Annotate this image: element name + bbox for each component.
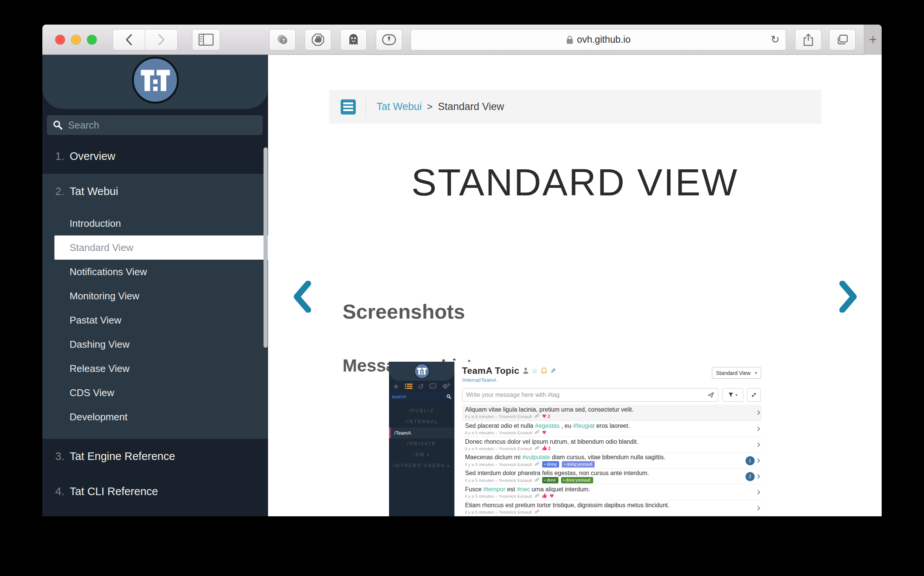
sidebar-header [42,55,268,109]
link-icon-wrap[interactable] [535,430,540,436]
extension-block-button[interactable] [305,29,331,50]
heart-icon[interactable]: ♥ [542,430,547,435]
sidebar-item-development[interactable]: Development [42,405,268,429]
new-tab-button[interactable]: + [864,24,882,55]
sidebar-item-label: Tat CLI Reference [70,485,158,498]
search-icon [53,120,63,130]
share-button[interactable] [795,29,822,50]
link-icon-wrap[interactable] [535,446,540,452]
message-text: Sed interdum dolor pharetra felis egesta… [465,469,743,477]
chat-icon[interactable] [429,383,437,390]
sidebar-item-dashing-view[interactable]: Dashing View [42,332,268,357]
chevron-right-icon[interactable]: › [757,439,760,451]
sidebar-item-tat-engine-reference[interactable]: 3.Tat Engine Reference [42,439,268,474]
extension-password-button[interactable] [376,29,402,50]
user-icon[interactable] [523,367,528,374]
address-bar[interactable]: ovh.github.io ↻ [411,29,786,50]
message-row[interactable]: Etiam rhoncus est pretium tortor tristiq… [462,500,762,516]
message-row[interactable]: Sed interdum dolor pharetra felis egesta… [462,468,762,484]
sidebar-item-label: Tat Engine Reference [70,450,175,462]
chevron-right-icon[interactable]: › [757,486,760,499]
thumb-icon-wrap[interactable] [542,446,547,452]
message-row[interactable]: Maecenas dictum mi #vulputate diam cursu… [462,453,762,468]
label-pill[interactable]: doing:yesnault [562,461,595,468]
chevron-right-icon[interactable]: › [757,455,760,467]
hashtag: #vulputate [520,454,550,460]
sidebar-item-standard-view[interactable]: Standard View [54,235,268,260]
message-row[interactable]: Aliquam vitae ligula lacinia, pretium ur… [462,405,762,421]
heart-icon[interactable]: ♥ [542,414,547,419]
browser-window: ? [42,24,882,516]
channel-item-private[interactable]: /PRIVATE [389,438,455,450]
link-icon-wrap[interactable] [535,493,540,499]
link-icon [535,509,540,514]
message-timestamp-author: il y a 5 minutes – Yvonnick Esnault [465,414,532,419]
zoom-button[interactable] [87,35,97,45]
chevron-right-icon[interactable]: › [757,470,760,483]
edit-pencil-icon[interactable]: ✎ [551,368,556,374]
sidebar-item-tat-cli-reference[interactable]: 4.Tat CLI Reference [42,474,268,509]
link-icon-wrap[interactable] [535,413,540,419]
extension-question-button[interactable]: ? [269,29,296,50]
send-plane-icon[interactable] [707,392,714,398]
minimize-button[interactable] [71,35,81,45]
sidebar-item-introduction[interactable]: Introduction [42,211,268,235]
thumb-icon-wrap[interactable] [542,493,547,499]
sidebar-item-monitoring-view[interactable]: Monitoring View [42,284,268,308]
view-selector[interactable]: Standard View ▾ [712,367,761,379]
sidebar-item-release-view[interactable]: Release View [42,357,268,381]
channel-item-teama[interactable]: /TeamA [389,427,455,438]
label-pill[interactable]: done [542,477,559,484]
breadcrumb-link[interactable]: Tat Webui [376,101,422,113]
hashtag: #egestas [533,422,559,429]
sidebar-item-notifications-view[interactable]: Notifications View [42,260,268,284]
message-input[interactable] [466,392,707,398]
link-icon-wrap[interactable] [535,477,540,483]
message-row[interactable]: Donec rhoncus dolor vel ipsum rutrum, at… [462,437,762,453]
extension-ghost-button[interactable] [340,29,367,50]
sidebar-toggle-button[interactable] [192,29,220,50]
back-button[interactable] [113,29,145,50]
sidebar-item-overview[interactable]: 1.Overview [42,139,268,174]
message-row[interactable]: Fusce #tempor est #nec urna aliquet inte… [462,484,762,500]
reaction-count: 2 [548,414,551,419]
channel-item-othersusers[interactable]: /OTHERS USERS ▾ [389,460,455,471]
link-icon [535,461,540,466]
heart-icon[interactable]: ♥ [550,494,554,499]
settings-gears-icon[interactable] [442,383,451,390]
channel-item-dm[interactable]: /DM ▾ [389,450,455,460]
message-row[interactable]: Suspendisse non dolor ultricies, laoreet… [462,516,762,516]
topic-list-icon[interactable] [405,383,413,389]
sidebar-item-tat-webui[interactable]: 2.Tat Webui [42,174,268,209]
channel-item-public[interactable]: /PUBLIC [389,406,455,416]
label-pill[interactable]: doing [542,461,559,468]
sidebar-search[interactable] [47,115,263,135]
favorites-icon[interactable]: ★ [393,382,399,390]
forward-button[interactable] [145,29,178,50]
chevron-right-icon[interactable]: › [757,502,760,514]
chevron-right-icon[interactable]: › [757,423,760,435]
message-row[interactable]: Sed placerat odio et nulla #egestas , eu… [462,421,762,437]
label-pill[interactable]: done:yesnault [561,477,593,484]
next-page-chevron[interactable] [839,281,858,314]
sidebar-item-pastat-view[interactable]: Pastat View [42,308,268,332]
question-badge-icon: ? [276,33,289,46]
history-icon[interactable]: ↺ [418,382,424,390]
chevron-right-icon[interactable]: › [757,407,760,419]
close-button[interactable] [55,35,65,45]
forward-chevron-icon [157,34,166,46]
sidebar-scrollbar[interactable] [264,147,267,348]
notifications-bell-icon[interactable] [541,367,547,374]
link-icon-wrap[interactable] [535,509,540,515]
link-icon-wrap[interactable] [535,461,540,467]
favorite-topic-icon[interactable]: ☆ [532,368,538,374]
reload-icon[interactable]: ↻ [771,33,780,46]
app-search-bar[interactable]: teamA [389,392,455,401]
channel-item-internal[interactable]: /INTERNAL [389,416,455,427]
search-input[interactable] [68,120,257,131]
prev-page-chevron[interactable] [292,281,311,314]
filter-button[interactable]: ▾ [722,388,743,402]
tab-overview-button[interactable] [829,29,855,50]
expand-button[interactable] [747,388,761,402]
sidebar-item-cds-view[interactable]: CDS View [42,381,268,405]
